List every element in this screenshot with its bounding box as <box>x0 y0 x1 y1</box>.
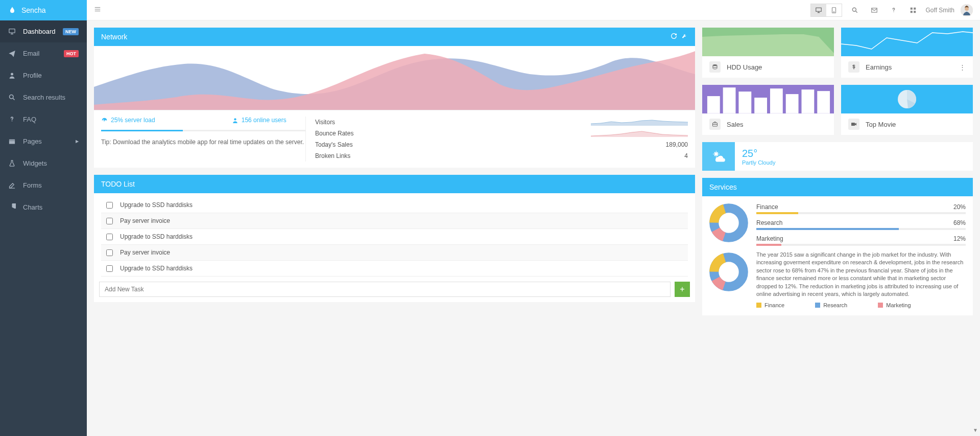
weather-icon <box>702 142 735 171</box>
topbar: Goff Smith <box>87 0 980 20</box>
apps-button[interactable] <box>906 5 920 16</box>
sidebar-item-search[interactable]: Search results <box>0 86 87 108</box>
services-legend: Finance Research Marketing <box>756 302 966 308</box>
services-title: Services <box>709 183 737 191</box>
svg-point-2 <box>10 95 14 99</box>
earnings-card: Earnings ⋮ <box>841 28 973 78</box>
add-task-button[interactable]: + <box>675 282 690 297</box>
sidebar-label: Forms <box>23 181 42 189</box>
movie-chart <box>841 85 973 113</box>
add-task-input[interactable] <box>99 282 671 297</box>
sales-chart <box>702 85 834 113</box>
todo-title: TODO List <box>101 180 135 188</box>
desktop-view-button[interactable] <box>811 4 826 16</box>
hdd-chart <box>702 28 834 56</box>
svg-rect-24 <box>817 91 830 113</box>
services-text: The year 2015 saw a significant change i… <box>756 251 966 298</box>
svg-rect-19 <box>738 91 751 113</box>
hdd-card: HDD Usage <box>702 28 834 78</box>
network-header: Network <box>94 28 695 46</box>
sales-card: Sales <box>702 85 834 135</box>
services-donut-2 <box>709 253 748 291</box>
avatar[interactable] <box>961 4 973 16</box>
sidebar-item-widgets[interactable]: Widgets <box>0 152 87 174</box>
mail-button[interactable] <box>868 5 881 16</box>
refresh-icon[interactable] <box>671 33 677 41</box>
sidebar-label: Pages <box>23 137 42 145</box>
todo-header: TODO List <box>94 175 695 193</box>
username-label[interactable]: Goff Smith <box>926 7 954 14</box>
dollar-icon <box>848 61 859 73</box>
svg-rect-18 <box>723 87 736 113</box>
service-marketing: Marketing12% <box>756 235 966 246</box>
sidebar-label: FAQ <box>23 116 36 123</box>
edit-icon <box>8 181 16 189</box>
movie-card: Top Movie <box>841 85 973 135</box>
svg-rect-27 <box>851 123 855 126</box>
network-title: Network <box>101 33 127 41</box>
movie-label: Top Movie <box>866 121 896 128</box>
sidebar-label: Dashboard <box>23 28 56 35</box>
scroll-down-icon[interactable]: ▼ <box>973 427 978 433</box>
svg-point-16 <box>713 64 717 66</box>
database-icon <box>709 61 721 73</box>
svg-point-1 <box>11 73 13 76</box>
wrench-icon[interactable] <box>681 33 688 41</box>
weather-temp: 25° <box>742 148 775 159</box>
services-panel: Services Finance20% <box>702 178 973 315</box>
video-icon <box>848 119 859 130</box>
svg-point-15 <box>234 118 236 120</box>
service-finance: Finance20% <box>756 203 966 214</box>
services-donut-1 <box>709 203 748 242</box>
svg-rect-4 <box>816 8 821 11</box>
svg-rect-9 <box>910 7 912 9</box>
svg-rect-0 <box>9 29 15 33</box>
server-load-progress <box>101 130 305 131</box>
sidebar-label: Charts <box>23 203 42 211</box>
services-header: Services <box>702 178 973 196</box>
todo-checkbox[interactable] <box>106 234 113 240</box>
sidebar-item-charts[interactable]: Charts <box>0 196 87 218</box>
earnings-chart <box>841 28 973 56</box>
svg-rect-21 <box>770 88 783 113</box>
badge-new: NEW <box>63 28 79 35</box>
svg-rect-11 <box>910 11 912 13</box>
svg-rect-12 <box>914 11 916 13</box>
sidebar-item-forms[interactable]: Forms <box>0 174 87 196</box>
question-icon <box>8 116 16 123</box>
weather-card: 25° Partly Cloudy <box>702 142 973 171</box>
todo-item: Upgrade to SSD harddisks <box>101 197 688 213</box>
todo-panel: TODO List Upgrade to SSD harddisks Pay s… <box>94 175 695 302</box>
sidebar-item-pages[interactable]: Pages ▶ <box>0 130 87 152</box>
sidebar-item-profile[interactable]: Profile <box>0 64 87 86</box>
search-button[interactable] <box>848 5 862 16</box>
pages-icon <box>8 137 16 145</box>
todo-checkbox[interactable] <box>106 265 113 272</box>
todo-checkbox[interactable] <box>106 202 113 209</box>
todo-checkbox[interactable] <box>106 249 113 256</box>
user-icon <box>232 117 238 124</box>
todo-item: Pay server invoice <box>101 245 688 261</box>
hamburger-icon[interactable] <box>94 6 101 14</box>
sidebar-label: Profile <box>23 72 42 79</box>
tablet-view-button[interactable] <box>826 4 842 16</box>
more-icon[interactable]: ⋮ <box>959 63 966 71</box>
service-research: Research68% <box>756 219 966 230</box>
help-button[interactable] <box>887 5 900 16</box>
brand-logo[interactable]: Sencha <box>0 0 87 20</box>
sidebar-item-faq[interactable]: FAQ <box>0 108 87 130</box>
viewport-toggle <box>810 4 842 17</box>
sidebar-item-email[interactable]: Email HOT <box>0 42 87 64</box>
sidebar-item-dashboard[interactable]: Dashboard NEW <box>0 20 87 42</box>
brand-icon <box>8 6 16 14</box>
flask-icon <box>8 159 16 167</box>
online-users-stat: 156 online users <box>232 117 286 124</box>
metric-visitors: Visitors <box>315 117 688 128</box>
desktop-icon <box>8 28 16 35</box>
svg-rect-17 <box>707 96 720 113</box>
svg-point-7 <box>852 8 856 11</box>
user-icon <box>8 72 16 79</box>
server-load-stat: 25% server load <box>101 117 155 124</box>
todo-checkbox[interactable] <box>106 218 113 224</box>
metric-sales: Today's Sales 189,000 <box>315 139 688 150</box>
